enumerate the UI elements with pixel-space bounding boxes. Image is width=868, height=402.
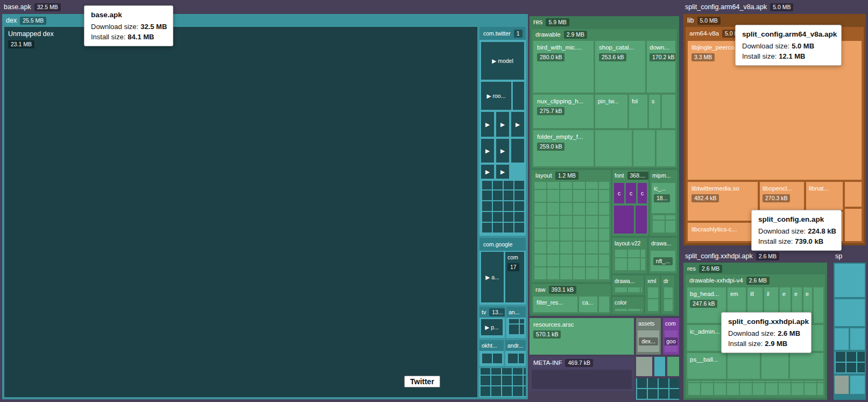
treemap-cell-model[interactable]: ▶ model <box>481 42 524 80</box>
treemap-cell-pin-tw[interactable]: pin_tw... <box>595 95 627 128</box>
treemap-cell-s[interactable]: s <box>649 95 660 128</box>
treemap-cell[interactable] <box>835 299 865 326</box>
treemap-cell-ps-ball[interactable]: ps__ball... <box>687 353 726 379</box>
treemap-node-dr[interactable]: dr <box>661 276 674 314</box>
cells-mosaic[interactable] <box>481 352 502 364</box>
treemap-cell-nft[interactable]: nft_... <box>651 251 675 271</box>
cells-mosaic[interactable] <box>533 182 609 280</box>
treemap-cell-package[interactable]: ▶ <box>496 112 509 137</box>
treemap-cell[interactable] <box>835 376 849 394</box>
treemap-cell[interactable] <box>654 357 665 376</box>
treemap-node-color[interactable]: color <box>612 297 644 314</box>
treemap-cell[interactable] <box>850 376 865 394</box>
treemap-cell-unmapped-dex[interactable]: Unmapped dex 23.1 MB <box>4 27 477 397</box>
node-header-assets[interactable]: assets <box>636 318 661 329</box>
node-header-layout-v22[interactable]: layout-v22 <box>612 238 647 249</box>
node-header-an[interactable]: an... <box>506 307 526 318</box>
node-header-layout[interactable]: layout 1.2 MB <box>532 170 611 181</box>
node-header-andr[interactable]: andr... <box>505 340 526 351</box>
cells-mosaic[interactable] <box>479 368 526 397</box>
treemap-cell-com[interactable]: com 17 <box>505 252 524 302</box>
node-header-dex[interactable]: dex 25.5 MB <box>2 14 528 27</box>
treemap-cell[interactable] <box>636 357 652 376</box>
treemap-cell[interactable] <box>835 264 865 297</box>
node-header-drawable-2[interactable]: drawa... <box>649 238 677 249</box>
node-header-okhttp[interactable]: okht... <box>479 340 504 351</box>
cells-mosaic[interactable] <box>614 250 645 271</box>
treemap-cell[interactable] <box>728 353 760 379</box>
treemap-cell-folder-empty[interactable]: folder_empty_f... 259.0 kB <box>533 130 594 166</box>
treemap-node-sp-content[interactable] <box>834 263 866 400</box>
treemap-cell[interactable] <box>790 353 823 379</box>
treemap-cell-ca[interactable]: ca... <box>579 297 597 312</box>
treemap-node-com-twitter[interactable]: com.twitter 1 ▶ model ▶ roo... ▶ ▶ ▶ ▶ ▶… <box>479 27 526 236</box>
treemap-node-layout-v22[interactable]: layout-v22 <box>612 238 647 273</box>
treemap-cell[interactable] <box>513 82 524 110</box>
treemap-cell[interactable] <box>633 130 655 166</box>
cells-mosaic[interactable] <box>507 352 524 364</box>
treemap-cell-libtwittermedia[interactable]: libtwittermedia.so 482.4 kB <box>688 182 758 221</box>
cells-mosaic[interactable] <box>652 215 675 234</box>
treemap-cell-ic[interactable]: ic_... 18... <box>652 183 675 213</box>
treemap-cell-package[interactable]: ▶ <box>481 139 494 163</box>
node-header-color[interactable]: color <box>612 297 644 308</box>
treemap-cell[interactable] <box>657 130 675 166</box>
treemap-cell-goo[interactable]: goo <box>665 330 678 352</box>
node-header-com-google[interactable]: com.google <box>479 238 526 251</box>
treemap-node-dex[interactable]: dex 25.5 MB Unmapped dex 23.1 MB com.twi… <box>2 14 528 399</box>
node-header-sp-apk[interactable]: sp <box>831 250 868 263</box>
treemap-cell[interactable] <box>850 328 865 350</box>
cells-mosaic[interactable] <box>636 378 679 400</box>
treemap-node-drawable-3[interactable]: drawa... <box>612 276 644 295</box>
treemap-cell[interactable] <box>814 287 823 323</box>
treemap-cell-package[interactable]: ▶ <box>496 139 509 163</box>
treemap-node-an[interactable]: an... <box>506 307 526 338</box>
treemap-cell-package[interactable]: ▶ <box>481 165 494 179</box>
treemap-cell-font[interactable] <box>636 206 647 234</box>
node-header-arm64-apk[interactable]: split_config.arm64_v8a.apk 5.0 MB <box>681 0 868 14</box>
treemap-cell-package[interactable]: ▶ <box>511 112 524 137</box>
treemap-node-raw[interactable]: raw 393.1 kB filter_res... ca... <box>532 284 611 314</box>
cells-mosaic[interactable] <box>614 309 642 312</box>
node-header-xxhdpi-res[interactable]: res 2.6 MB <box>683 263 827 274</box>
treemap-cell-filter-res[interactable]: filter_res... <box>533 297 577 312</box>
treemap-node-tv[interactable]: tv 13... ▶ p... <box>479 307 505 338</box>
treemap-cell-roo[interactable]: ▶ roo... <box>481 82 511 110</box>
treemap-node-okhttp[interactable]: okht... <box>479 340 504 366</box>
treemap-cell[interactable] <box>532 370 632 389</box>
treemap-cell-shop-catalog[interactable]: shop_catal... 253.6 kB <box>595 41 645 93</box>
cells-mosaic[interactable] <box>647 287 658 312</box>
treemap-node-res[interactable]: res 5.9 MB drawable 2.9 MB bird_with_mic… <box>530 16 679 316</box>
treemap-cell[interactable] <box>599 297 609 312</box>
treemap-node-base-apk[interactable]: base.apk 32.5 MB dex 25.5 MB Unmapped de… <box>0 0 680 402</box>
treemap-node-drawable[interactable]: drawable 2.9 MB bird_with_mic.... 280.0 … <box>532 29 677 168</box>
node-header-drawable-3[interactable]: drawa... <box>612 276 644 286</box>
node-header-font[interactable]: font 368.... <box>612 170 648 181</box>
node-header-drawable-xxhdpi-v4[interactable]: drawable-xxhdpi-v4 2.6 MB <box>686 274 825 286</box>
treemap-cell-bg-head[interactable]: bg_head... 247.6 kB <box>687 287 726 323</box>
treemap-cell[interactable] <box>835 328 849 350</box>
treemap-cell-p[interactable]: ▶ p... <box>481 319 503 335</box>
cells-mosaic[interactable] <box>614 287 642 293</box>
node-header-drawable[interactable]: drawable 2.9 MB <box>532 29 677 40</box>
treemap-cell-package[interactable]: ▶ <box>481 112 494 137</box>
treemap-node-mipmap[interactable]: mipm... ic_... 18... <box>650 170 677 236</box>
treemap-cell-down[interactable]: down... 170.2 kB <box>647 41 675 93</box>
node-header-meta-inf[interactable]: META-INF 469.7 kB <box>530 357 634 369</box>
treemap-cell-libnat[interactable]: libnat... <box>806 182 843 210</box>
node-header-xml[interactable]: xml <box>645 276 660 286</box>
treemap-node-sp-apk[interactable]: sp <box>831 250 868 402</box>
treemap-node-assets[interactable]: assets dex... <box>636 318 661 355</box>
node-header-dr[interactable]: dr <box>661 276 674 286</box>
node-header-com[interactable]: com <box>663 318 679 329</box>
treemap-cell-ic-admin[interactable]: ic_admin... <box>687 325 726 351</box>
treemap-cell-font[interactable] <box>614 206 634 234</box>
treemap-cell-a[interactable]: ▶ a... <box>481 252 504 302</box>
treemap-cell[interactable] <box>845 209 862 241</box>
treemap-cell-bird-with-mic[interactable]: bird_with_mic.... 280.0 kB <box>533 41 594 93</box>
treemap-cell[interactable] <box>667 357 679 376</box>
treemap-node-com[interactable]: com goo <box>663 318 679 355</box>
treemap-cell[interactable] <box>845 182 862 207</box>
treemap-node-font[interactable]: font 368.... c c c <box>612 170 648 236</box>
cells-mosaic[interactable] <box>481 181 524 234</box>
